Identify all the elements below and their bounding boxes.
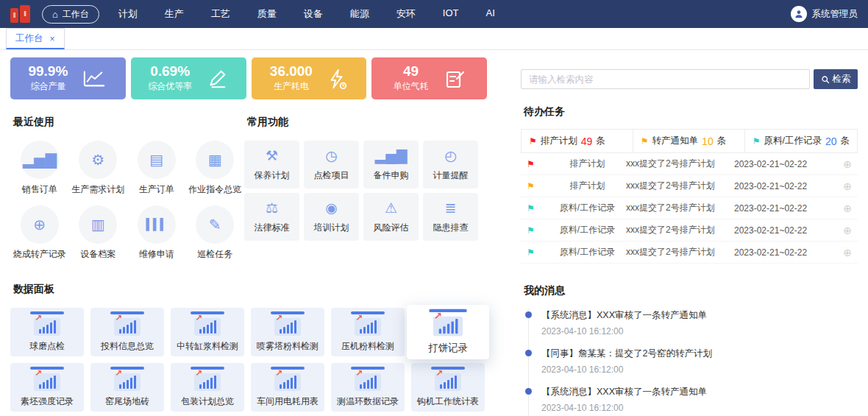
panel-card-kiln-tail-tiles[interactable]: ↗ 窑尾场地砖: [90, 363, 164, 412]
menu-item-process[interactable]: 工艺: [211, 7, 230, 21]
menu-item-ai[interactable]: AI: [486, 7, 495, 21]
dashed-globe-icon[interactable]: ⊕: [837, 158, 858, 170]
message-timestamp: 2023-04-10 16:12:00: [541, 364, 858, 375]
message-item[interactable]: 【系统消息】XXX审核了一条转产通知单 2023-04-10 16:12:00: [529, 386, 858, 416]
todo-row[interactable]: ⚑ 原料/工作记录 xxx提交了2号排产计划 2023-02-21~02-22 …: [521, 242, 858, 264]
menu-item-energy[interactable]: 能源: [350, 7, 369, 21]
panel-chart-icon: ↗: [271, 311, 305, 336]
panel-card-slurry-test[interactable]: ↗ 中转缸浆料检测: [171, 308, 244, 356]
flag-icon: ⚑: [527, 159, 549, 169]
recent-item-production-order[interactable]: ▤ 生产订单: [127, 141, 186, 196]
panel-card-ball-mill-check[interactable]: ↗ 球磨点检: [10, 308, 84, 356]
stat-card-gas-usage[interactable]: 49 单位气耗: [371, 57, 487, 99]
tab-workbench-label: 工作台: [15, 32, 43, 45]
dashed-globe-icon[interactable]: ⊕: [837, 247, 858, 258]
panel-card-press-powder-test[interactable]: ↗ 压机粉料检测: [331, 308, 405, 356]
common-tile-maintenance-plan[interactable]: ⚒ 保养计划: [244, 141, 299, 188]
menu-item-iot[interactable]: IOT: [443, 7, 459, 21]
clipboard-edit-icon: [442, 67, 466, 91]
flag-icon: ⚑: [753, 136, 761, 147]
todo-row[interactable]: ⚑ 原料/工作记录 xxx提交了2号排产计划 2023-02-21~02-22 …: [521, 219, 858, 242]
flag-icon: ⚑: [527, 247, 549, 258]
left-column: 99.9% 综合产量 0.69% 综合优等率: [10, 57, 487, 416]
recent-item-inspection-task[interactable]: ✎ 巡检任务: [186, 205, 245, 261]
todo-tab-changeover[interactable]: ⚑ 转产通知单 10 条: [633, 130, 745, 152]
dashed-globe-icon[interactable]: ⊕: [837, 180, 858, 192]
panel-card-packing-plan[interactable]: ↗ 包装计划总览: [171, 363, 244, 412]
logo-mark-icon: ‖: [10, 8, 18, 23]
todo-row[interactable]: ⚑ 原料/工作记录 xxx提交了2号排产计划 2023-02-21~02-22 …: [521, 197, 858, 219]
recent-item-equipment-files[interactable]: ▥ 设备档案: [69, 205, 128, 261]
common-tile-spare-parts[interactable]: ▂▅▇ 备件申购: [363, 141, 419, 188]
message-timeline: 【系统消息】XXX审核了一条转产通知单 2023-04-10 16:12:00 …: [528, 309, 858, 416]
logo-mark-icon: ‖: [20, 5, 30, 23]
search-button[interactable]: 检索: [814, 69, 858, 89]
message-timestamp: 2023-04-10 16:12:00: [541, 326, 858, 336]
recent-item-work-orders[interactable]: ▦ 作业指令总览: [186, 141, 245, 196]
top-navbar: ‖ ‖ ⌂ 工作台 计划 生产 工艺 质量 设备 能源 安环 IOT AI 系统…: [0, 0, 868, 28]
database-icon: ≣: [445, 200, 457, 216]
todo-count: 20: [825, 135, 837, 147]
todo-row[interactable]: ⚑ 排产计划 xxx提交了2号排产计划 2023-02-21~02-22 ⊕: [521, 175, 858, 197]
stat-label: 综合优等率: [148, 80, 192, 93]
scales-icon: ⚖: [266, 200, 278, 216]
todo-row[interactable]: ⚑ 排产计划 xxx提交了2号排产计划 2023-02-21~02-22 ⊕: [521, 153, 858, 175]
todo-tab-material-records[interactable]: ⚑ 原料/工作记录 20 条: [745, 130, 857, 152]
panel-card-feeding-info[interactable]: ↗ 投料信息总览: [90, 308, 164, 356]
common-tile-training-plan[interactable]: ◉ 培训计划: [304, 193, 359, 241]
message-item[interactable]: 【同事】詹某某：提交了2号窑的转产计划 2023-04-10 16:12:00: [529, 348, 858, 386]
panel-card-excavator-stats[interactable]: ↗ 钩机工作统计表: [411, 363, 485, 412]
panel-card-temp-ring-data[interactable]: ↗ 测温环数据记录: [331, 363, 405, 412]
recent-used-section: 最近使用 ▂▅▇ 销售订单 ⚙ 生产需求计划 ▤ 生产订单: [10, 99, 244, 261]
message-item[interactable]: 【系统消息】XXX审核了一条转产通知单 2023-04-10 16:12:00: [529, 309, 858, 348]
todo-list: ⚑ 排产计划 xxx提交了2号排产计划 2023-02-21~02-22 ⊕ ⚑…: [521, 153, 858, 264]
stat-card-premium-rate[interactable]: 0.69% 综合优等率: [131, 57, 246, 99]
stat-card-output[interactable]: 99.9% 综合产量: [10, 57, 126, 99]
menu-item-plan[interactable]: 计划: [118, 7, 138, 21]
arrow-up-icon: ↗: [275, 313, 282, 323]
user-avatar[interactable]: [791, 6, 807, 22]
stat-label: 单位气耗: [394, 80, 429, 93]
stat-card-power-usage[interactable]: 36.000 生产耗电: [252, 57, 367, 99]
recent-item-firing-records[interactable]: ⊕ 烧成转产记录: [10, 205, 69, 261]
stat-value: 99.9%: [28, 64, 68, 80]
menu-item-equipment[interactable]: 设备: [304, 7, 323, 21]
panel-card-cake-record[interactable]: ↗ 打饼记录: [407, 305, 489, 359]
common-tile-metering-reminder[interactable]: ◴ 计量提醒: [423, 141, 478, 188]
workbench-pill-label: 工作台: [63, 8, 89, 21]
recent-item-demand-plan[interactable]: ⚙ 生产需求计划: [69, 141, 128, 196]
dashed-globe-icon[interactable]: ⊕: [837, 225, 858, 236]
edit-pen-icon: ✎: [196, 205, 234, 244]
todo-tab-scheduling[interactable]: ⚑ 排产计划 49 条: [522, 130, 633, 152]
menu-item-safety[interactable]: 安环: [396, 7, 416, 21]
recent-item-repair-request[interactable]: ▍▍▍ 维修申请: [127, 205, 186, 261]
common-tile-hazard-check[interactable]: ≣ 隐患排查: [423, 193, 478, 241]
section-title-common: 常用功能: [247, 116, 487, 129]
common-tile-legal-standards[interactable]: ⚖ 法律标准: [244, 193, 299, 241]
recent-item-sales-order[interactable]: ▂▅▇ 销售订单: [10, 141, 69, 196]
dashed-globe-icon[interactable]: ⊕: [837, 202, 858, 214]
panel-card-body-strength[interactable]: ↗ 素坯强度记录: [10, 363, 84, 412]
panel-chart-icon: ↗: [30, 311, 64, 336]
close-icon[interactable]: ×: [50, 34, 55, 44]
document-icon: ▤: [138, 141, 176, 179]
bar-chart-icon: ▂▅▇: [21, 141, 59, 179]
panel-card-workshop-power[interactable]: ↗ 车间用电耗用表: [251, 363, 324, 412]
common-tile-spot-check[interactable]: ◷ 点检项目: [304, 141, 359, 188]
user-area[interactable]: 系统管理员: [791, 6, 858, 22]
menu-item-production[interactable]: 生产: [165, 7, 184, 21]
common-tile-risk-assessment[interactable]: ⚠ 风险评估: [363, 193, 419, 241]
menu-item-quality[interactable]: 质量: [257, 7, 277, 21]
tools-icon: ⚒: [266, 148, 278, 164]
search-input[interactable]: [521, 69, 810, 89]
workbench-pill-button[interactable]: ⌂ 工作台: [42, 5, 99, 24]
page-content: 99.9% 综合产量 0.69% 综合优等率: [0, 50, 868, 416]
target-icon: ◉: [325, 200, 338, 216]
tab-workbench[interactable]: 工作台 ×: [6, 28, 65, 49]
panel-chart-icon: ↗: [30, 367, 64, 391]
panel-card-spray-tower-test[interactable]: ↗ 喷雾塔粉料检测: [251, 308, 324, 356]
flag-icon: ⚑: [527, 181, 549, 191]
right-column: 检索 待办任务 ⚑ 排产计划 49 条 ⚑ 转产通知单 10 条: [521, 57, 858, 416]
stat-cards: 99.9% 综合产量 0.69% 综合优等率: [10, 57, 487, 99]
stat-value: 0.69%: [148, 64, 192, 80]
